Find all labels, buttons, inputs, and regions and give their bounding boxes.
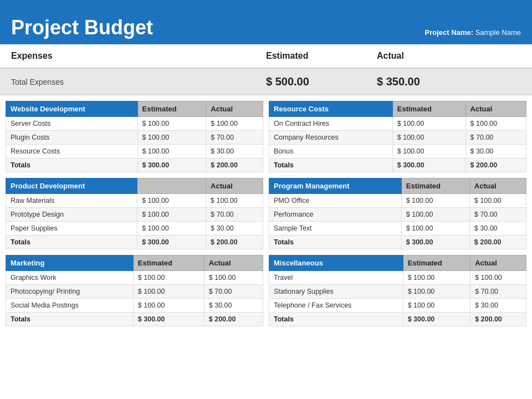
table-col-estimated-miscellaneous: Estimated xyxy=(403,255,470,271)
budget-table-resource-costs: Resource CostsEstimatedActualOn Contract… xyxy=(269,101,526,172)
table-col-estimated-marketing: Estimated xyxy=(133,255,204,271)
row-estimated: $ 100.00 xyxy=(133,299,204,313)
row-name: Totals xyxy=(269,158,393,172)
row-estimated: $ 300.00 xyxy=(392,158,466,172)
row-name: Server Costs xyxy=(6,117,138,131)
row-name: Prototype Design xyxy=(6,208,137,222)
row-name: Totals xyxy=(269,313,403,326)
row-actual: $ 100.00 xyxy=(470,271,526,285)
row-actual: $ 70.00 xyxy=(466,131,526,145)
table-title-miscellaneous: Miscellaneous xyxy=(269,255,403,271)
left-tables-column: Website DevelopmentEstimatedActualServer… xyxy=(6,101,263,326)
row-estimated: $ 100.00 xyxy=(137,194,206,208)
page-header: Project Budget Project Name: Sample Name xyxy=(0,0,532,44)
row-estimated: $ 100.00 xyxy=(137,145,206,158)
row-actual: $ 100.00 xyxy=(469,194,526,208)
row-name: Sample Text xyxy=(269,222,402,236)
row-estimated: $ 100.00 xyxy=(133,285,204,299)
row-estimated: $ 100.00 xyxy=(403,271,470,285)
row-estimated: $ 100.00 xyxy=(392,117,466,131)
row-actual: $ 70.00 xyxy=(206,131,263,145)
table-title-resource-costs: Resource Costs xyxy=(269,101,393,117)
total-expenses-row: Total Expenses $ 500.00 $ 350.00 xyxy=(0,69,532,95)
row-actual: $ 100.00 xyxy=(466,117,526,131)
row-actual: $ 100.00 xyxy=(206,194,263,208)
table-row: Resource Costs$ 100.00$ 30.00 xyxy=(6,145,263,158)
row-actual: $ 70.00 xyxy=(206,208,263,222)
row-actual: $ 30.00 xyxy=(466,145,526,158)
table-col-actual-product-development: Actual xyxy=(206,178,263,194)
table-row: Raw Materials$ 100.00$ 100.00 xyxy=(6,194,263,208)
row-estimated: $ 100.00 xyxy=(401,222,469,236)
row-name: Telephone / Fax Services xyxy=(269,299,403,313)
row-actual: $ 70.00 xyxy=(204,285,263,299)
row-actual: $ 30.00 xyxy=(470,299,526,313)
table-row: Stationary Supplies$ 100.00$ 70.00 xyxy=(269,285,526,299)
row-estimated: $ 300.00 xyxy=(401,236,469,249)
table-row: Totals$ 300.00$ 200.00 xyxy=(6,313,263,326)
table-row: Totals$ 300.00$ 200.00 xyxy=(6,236,263,249)
row-name: Totals xyxy=(269,236,402,249)
row-actual: $ 100.00 xyxy=(206,117,263,131)
row-estimated: $ 100.00 xyxy=(401,194,469,208)
project-name-value: Sample Name xyxy=(475,28,521,37)
row-estimated: $ 100.00 xyxy=(133,271,204,285)
page-title: Project Budget xyxy=(11,17,153,39)
row-name: Resource Costs xyxy=(6,145,138,158)
row-estimated: $ 100.00 xyxy=(392,131,466,145)
table-col-actual-program-management: Actual xyxy=(469,178,526,194)
row-name: Company Resources xyxy=(269,131,393,145)
row-estimated: $ 100.00 xyxy=(137,208,206,222)
table-row: Performance$ 100.00$ 70.00 xyxy=(269,208,526,222)
budget-tables-area: Website DevelopmentEstimatedActualServer… xyxy=(0,95,532,332)
row-estimated: $ 100.00 xyxy=(392,145,466,158)
right-tables-column: Resource CostsEstimatedActualOn Contract… xyxy=(269,101,526,326)
table-row: Totals$ 300.00$ 200.00 xyxy=(269,313,526,326)
table-row: Company Resources$ 100.00$ 70.00 xyxy=(269,131,526,145)
row-name: Raw Materials xyxy=(6,194,137,208)
row-estimated: $ 100.00 xyxy=(137,117,206,131)
project-name-label: Project Name: xyxy=(425,28,473,37)
row-name: Totals xyxy=(6,236,137,249)
row-name: Photocopying/ Printing xyxy=(6,285,134,299)
table-title-marketing: Marketing xyxy=(6,255,134,271)
budget-table-marketing: MarketingEstimatedActualGraphics Work$ 1… xyxy=(6,255,263,326)
table-col-estimated-resource-costs: Estimated xyxy=(392,101,466,117)
table-row: Server Costs$ 100.00$ 100.00 xyxy=(6,117,263,131)
table-row: Travel$ 100.00$ 100.00 xyxy=(269,271,526,285)
table-row: Photocopying/ Printing$ 100.00$ 70.00 xyxy=(6,285,263,299)
total-estimated-value: $ 500.00 xyxy=(260,69,371,95)
row-name: Stationary Supplies xyxy=(269,285,403,299)
row-name: Bonus xyxy=(269,145,393,158)
row-estimated: $ 100.00 xyxy=(403,299,470,313)
row-actual: $ 30.00 xyxy=(204,299,263,313)
row-name: Performance xyxy=(269,208,402,222)
row-estimated: $ 300.00 xyxy=(403,313,470,326)
row-actual: $ 70.00 xyxy=(469,208,526,222)
table-col-actual-miscellaneous: Actual xyxy=(470,255,526,271)
row-estimated: $ 100.00 xyxy=(401,208,469,222)
col-estimated-label: Estimated xyxy=(260,44,371,68)
row-name: Totals xyxy=(6,158,138,172)
budget-table-miscellaneous: MiscellaneousEstimatedActualTravel$ 100.… xyxy=(269,255,526,326)
table-row: Totals$ 300.00$ 200.00 xyxy=(6,158,263,172)
table-col-estimated-program-management: Estimated xyxy=(401,178,469,194)
table-title-website-development: Website Development xyxy=(6,101,138,117)
table-row: Prototype Design$ 100.00$ 70.00 xyxy=(6,208,263,222)
table-row: Totals$ 300.00$ 200.00 xyxy=(269,236,526,249)
col-actual-label: Actual xyxy=(371,44,526,68)
row-actual: $ 200.00 xyxy=(470,313,526,326)
budget-table-product-development: Product DevelopmentEstimatedActualRaw Ma… xyxy=(6,178,263,249)
row-name: Plugin Costs xyxy=(6,131,138,145)
budget-table-website-development: Website DevelopmentEstimatedActualServer… xyxy=(6,101,263,172)
row-actual: $ 70.00 xyxy=(470,285,526,299)
row-estimated: $ 100.00 xyxy=(137,131,206,145)
row-actual: $ 200.00 xyxy=(206,158,263,172)
budget-table-program-management: Program ManagementEstimatedActualPMO Off… xyxy=(269,178,526,249)
table-col-actual-website-development: Actual xyxy=(206,101,263,117)
row-estimated: $ 100.00 xyxy=(403,285,470,299)
row-name: Paper Supplies xyxy=(6,222,137,236)
table-row: Social Media Postings$ 100.00$ 30.00 xyxy=(6,299,263,313)
table-row: Bonus$ 100.00$ 30.00 xyxy=(269,145,526,158)
row-actual: $ 30.00 xyxy=(206,145,263,158)
